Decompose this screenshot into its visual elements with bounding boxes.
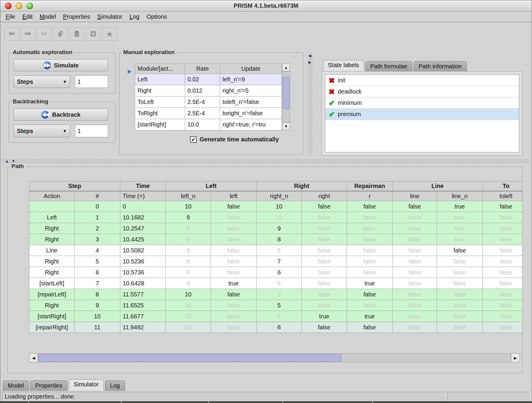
star-icon-button[interactable]: ★ <box>102 27 117 41</box>
backtrack-steps-input[interactable]: 1 <box>75 125 108 137</box>
paste-icon-button[interactable] <box>70 27 84 41</box>
menu-simulator[interactable]: Simulator <box>94 12 126 21</box>
scroll-thumb[interactable] <box>39 354 342 362</box>
cell: right'=true, r'=tru <box>220 119 282 130</box>
scroll-right-button[interactable]: ▶ <box>511 353 520 362</box>
scroll-left-button[interactable]: ◀ <box>29 353 38 362</box>
menu-log[interactable]: Log <box>126 12 143 21</box>
state-label-minimum[interactable]: ✔minimum <box>325 97 519 109</box>
simulate-button[interactable]: ▶▶ Simulate <box>14 59 108 71</box>
cell: 8 <box>257 245 302 256</box>
path-table: StepTimeLeftRightRepairmanLineToAction#T… <box>29 181 522 333</box>
scroll-track[interactable] <box>282 71 290 122</box>
backtrack-steps-dropdown[interactable]: Steps ▼ <box>14 125 70 137</box>
main-view-tabs: ModelPropertiesSimulatorLog <box>3 380 126 391</box>
manual-row-startRight[interactable]: [startRight]10.0right'=true, r'=tru <box>135 119 282 130</box>
cell: 10.1682 <box>120 212 166 223</box>
vertical-split-divider[interactable]: ◀ ▶ <box>308 53 313 156</box>
path-row-9[interactable]: Right911.652510false5falsefalsefalsefals… <box>29 300 522 311</box>
path-row-3[interactable]: Right310.44259false8falsefalsefalsetruef… <box>29 234 522 245</box>
cell: false <box>302 234 347 245</box>
scroll-thumb[interactable] <box>283 77 289 109</box>
manual-row-ToRight[interactable]: ToRight2.5E-4toright_n'=false <box>135 108 282 119</box>
cell: false <box>393 223 437 234</box>
path-title: Path <box>10 163 25 170</box>
cut-icon-button[interactable]: ✂ <box>37 27 51 41</box>
cell: false <box>393 201 437 212</box>
state-label-premium[interactable]: ✔premium <box>325 109 519 120</box>
menu-file[interactable]: File <box>2 12 19 21</box>
group-header-right: Right <box>257 181 347 191</box>
cell: 9 <box>166 278 211 289</box>
collapse-left-icon[interactable]: ◀ <box>308 54 311 58</box>
tab-log[interactable]: Log <box>105 380 125 391</box>
tab-state-labels[interactable]: State labels <box>323 60 364 71</box>
cell: false <box>211 201 257 212</box>
menu-properties[interactable]: Properties <box>59 12 94 21</box>
menu-edit[interactable]: Edit <box>19 12 36 21</box>
cell: 9 <box>166 223 211 234</box>
simulate-steps-input[interactable]: 1 <box>75 75 108 88</box>
menu-options[interactable]: Options <box>143 12 171 21</box>
cell: false <box>483 322 522 333</box>
path-row-1[interactable]: Left110.16829false10falsefalsefalsetruef… <box>29 212 522 223</box>
path-row-2[interactable]: Right210.25479false9falsefalsefalsetruef… <box>29 223 522 234</box>
horizontal-split-divider[interactable]: ▲ ▼ <box>3 159 530 164</box>
path-table-clip: StepTimeLeftRightRepairmanLineToAction#T… <box>29 181 522 334</box>
sub-header-right: right <box>302 191 347 201</box>
tab-path-information[interactable]: Path information <box>413 61 467 72</box>
manual-table-scrollbar: ▲ ▼ <box>282 64 290 130</box>
path-row-0[interactable]: 0010false10falsefalsefalsetruefalse <box>29 201 522 212</box>
forward-arrow-button[interactable] <box>21 27 35 41</box>
tab-simulator[interactable]: Simulator <box>69 379 104 390</box>
cell: toright_n'=false <box>220 108 282 119</box>
copy-icon-button[interactable] <box>53 27 68 41</box>
cell: true <box>437 223 483 234</box>
tab-properties[interactable]: Properties <box>30 380 67 391</box>
backtrack-button[interactable]: ◀◀ Backtrack <box>14 109 108 121</box>
state-label-deadlock[interactable]: ✖deadlock <box>325 86 519 97</box>
path-row-8[interactable]: [repairLeft]811.557710false6falsefalsefa… <box>29 289 522 300</box>
prism-window: PRISM 4.1.beta.r6673M FileEditModelPrope… <box>0 0 532 403</box>
state-label-init[interactable]: ✖init <box>325 75 519 86</box>
collapse-down-icon[interactable]: ▼ <box>12 159 15 163</box>
scroll-down-button[interactable]: ▼ <box>282 122 290 130</box>
manual-row-ToLeft[interactable]: ToLeft2.5E-4toleft_n'=false <box>135 97 282 108</box>
manual-row-Right[interactable]: Right0.012right_n'=5 <box>135 85 282 97</box>
cell: 6 <box>257 289 302 300</box>
path-row-4[interactable]: Line410.50829false8falsefalsefalsefalsef… <box>29 245 522 256</box>
scroll-track[interactable] <box>38 353 511 362</box>
tab-model[interactable]: Model <box>3 380 29 391</box>
back-arrow-button[interactable] <box>4 27 19 41</box>
path-row-7[interactable]: [startLeft]710.64289true6falsetruefalsef… <box>29 278 522 289</box>
path-row-5[interactable]: Right510.52369false7falsefalsefalsefalse… <box>29 256 522 267</box>
cell: false <box>483 311 522 322</box>
manual-row-Left[interactable]: Left0.02left_n'=9 <box>135 74 282 85</box>
path-row-6[interactable]: Right610.57369false6falsefalsefalsefalse… <box>29 267 522 278</box>
delete-icon-button[interactable] <box>86 27 100 41</box>
generate-time-checkbox[interactable]: ✔ <box>190 136 197 143</box>
chevron-down-icon: ▼ <box>63 79 67 84</box>
tab-path-formulae[interactable]: Path formulae <box>365 61 413 72</box>
cell: 2.5E-4 <box>185 97 220 108</box>
menu-model[interactable]: Model <box>36 12 59 21</box>
group-header-to: To <box>483 181 522 191</box>
simulate-steps-dropdown[interactable]: Steps ▼ <box>14 75 70 88</box>
cell: 0 <box>75 201 120 212</box>
cell: Right <box>29 300 75 311</box>
path-row-10[interactable]: [startRight]1011.667710false5truetruefal… <box>29 311 522 322</box>
cell: false <box>347 223 393 234</box>
collapse-up-icon[interactable]: ▲ <box>5 159 9 163</box>
cell: false <box>393 267 437 278</box>
cell: [startLeft] <box>29 278 75 289</box>
cell: true <box>302 311 347 322</box>
cell: 10 <box>166 289 211 300</box>
cell: false <box>211 300 257 311</box>
path-group-header-row: StepTimeLeftRightRepairmanLineTo <box>29 181 522 191</box>
cell: Right <box>29 234 75 245</box>
state-label-text: minimum <box>338 99 362 106</box>
scroll-up-button[interactable]: ▲ <box>282 64 290 71</box>
collapse-right-icon[interactable]: ▶ <box>308 60 311 64</box>
cell: false <box>393 289 437 300</box>
path-row-11[interactable]: [repairRight]1111.949210false6falsefalse… <box>29 322 522 333</box>
